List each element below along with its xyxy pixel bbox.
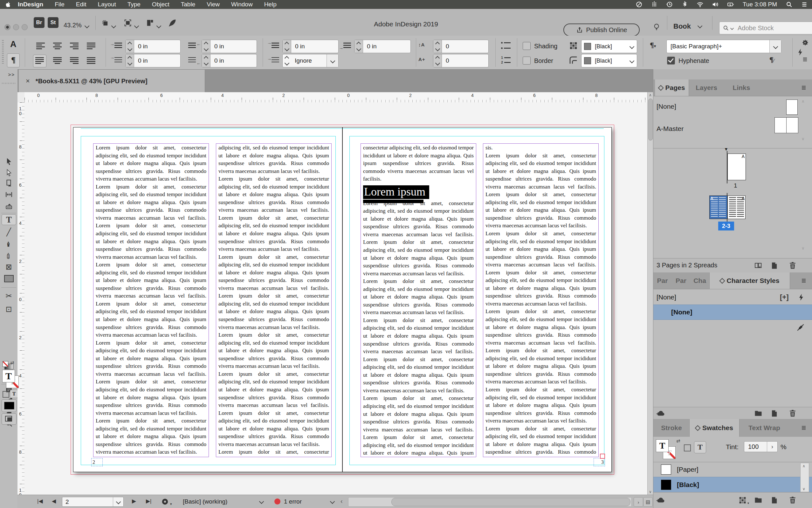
menu-window[interactable]: Window [225,0,258,9]
text-frame-column-3[interactable]: consectetur adipiscing elit, sed do eius… [360,143,476,457]
delete-style-icon[interactable] [788,409,797,418]
scissors-tool[interactable]: ✂ [0,291,17,301]
character-styles-menu-icon[interactable] [800,278,808,284]
menu-edit[interactable]: Edit [70,0,92,9]
master-a-right-thumbnail[interactable] [786,117,798,133]
new-style-bracket-icon[interactable]: [+] [780,293,789,301]
collapse-tools-icon[interactable]: >> [8,72,15,77]
numbered-list-button[interactable]: 12 [501,56,511,64]
character-formatting-toggle[interactable]: A [10,39,16,49]
panel-drag-handle[interactable] [2,40,4,65]
preflight-icon[interactable] [161,498,169,506]
menu-file[interactable]: File [49,0,70,9]
control-panel-menu-icon[interactable] [801,56,809,62]
new-swatch-icon[interactable] [770,496,779,505]
direct-selection-tool[interactable] [0,168,17,178]
bluetooth-icon[interactable] [681,1,688,8]
screen-mode-button[interactable] [2,413,16,425]
bulleted-list-button[interactable] [501,42,511,49]
tab-character[interactable]: Cha [690,272,709,289]
rectangle-tool[interactable] [0,273,17,284]
master-none-thumbnail[interactable] [786,99,798,115]
tab-swatches[interactable]: Swatches [689,419,739,437]
text-frame-column-2[interactable]: adipiscing elit, sed do eiusmod tempor i… [216,143,332,457]
quick-apply-bolt-icon[interactable] [796,46,804,58]
menu-view[interactable]: View [201,0,225,9]
drop-cap-lines-field[interactable]: 0 [433,40,489,53]
hyphenate-checkbox[interactable] [667,56,675,65]
align-right-button[interactable] [70,43,79,49]
space-before-stepper[interactable] [283,40,291,53]
page-2-thumbnail-selected[interactable]: A [709,196,727,219]
justify-all-button[interactable] [87,57,95,64]
menu-table[interactable]: Table [175,0,201,9]
master-a-label[interactable]: A-Master [656,125,684,133]
spread-2-3-label[interactable]: 2-3 [718,221,734,230]
right-indent-field[interactable]: 0 in [202,40,257,53]
drop-cap-chars-stepper[interactable] [433,54,442,67]
notification-center-icon[interactable] [801,1,808,8]
error-status-dropdown[interactable]: 1 error [284,498,302,505]
swatches-menu-icon[interactable] [800,425,808,431]
justify-last-left-button[interactable] [87,43,95,49]
close-document-icon[interactable]: × [26,77,30,85]
left-indent-stepper[interactable] [126,40,134,53]
formatting-affects-text-button[interactable]: T [10,390,18,398]
selected-heading-text[interactable]: Lorem ipsum [363,185,429,199]
new-style-icon[interactable] [770,409,779,418]
formatting-affects-text-button[interactable]: T [694,441,706,453]
vertical-scroll-thumb[interactable] [648,98,653,140]
swatch-views-icon[interactable] [738,496,747,505]
border-color-dropdown[interactable]: [Black] [581,54,637,68]
scroll-up-icon[interactable]: ∧ [649,93,652,97]
tools-drag-dots[interactable] [2,83,15,84]
free-transform-tool[interactable]: ⊡ [0,304,17,314]
tint-slider-chevron[interactable]: › [767,441,777,452]
previous-page-button[interactable]: ◀ [52,498,56,505]
lightbulb-icon[interactable] [652,22,661,32]
type-tool[interactable]: T [2,214,16,225]
scroll-left-icon[interactable]: ‹ [341,498,343,505]
menu-object[interactable]: Object [146,0,175,9]
swap-fill-stroke-icon[interactable]: ⇄ [10,360,14,366]
menu-help[interactable]: Help [258,0,282,9]
menu-indesign[interactable]: InDesign [16,0,49,9]
align-to-grid-dropdown[interactable]: Ignore [282,54,339,68]
workspace-gear-icon[interactable] [801,39,809,46]
swatch-list-scrollbar[interactable]: ∧ ∨ [800,463,809,492]
preflight-chevron-icon[interactable] [259,499,264,504]
paragraph-formatting-toggle[interactable]: ¶ [7,53,20,68]
frame-tool[interactable]: ⊠ [0,262,17,272]
shading-color-dropdown[interactable]: [Black] [581,40,637,53]
horizontal-scrollbar[interactable] [348,497,632,507]
publish-online-button[interactable]: Publish Online [563,24,640,36]
first-page-button[interactable]: |◀ [37,498,43,505]
apple-icon[interactable] [5,1,11,8]
style-quick-apply-bolt-icon[interactable] [797,293,805,301]
page-1-label[interactable]: 1 [734,182,737,189]
space-after-field[interactable]: 0 in [354,40,411,53]
border-checkbox[interactable] [523,56,530,65]
content-collector-tool[interactable] [0,202,17,212]
page-number-dropdown[interactable]: 2 [62,497,124,507]
first-line-indent-field[interactable]: 0 in [125,54,181,68]
spotlight-icon[interactable] [785,1,793,8]
formatting-affects-container-button[interactable] [684,444,691,452]
page-1-thumbnail[interactable]: A [727,154,746,180]
delete-swatch-icon[interactable] [788,496,797,505]
fill-proxy-text[interactable]: T [656,439,669,452]
error-chevron-icon[interactable] [330,499,335,504]
battery-icon[interactable] [727,1,734,8]
last-line-indent-stepper[interactable] [202,54,210,67]
shading-checkbox[interactable] [523,42,530,50]
last-line-indent-field[interactable]: 0 in [202,54,257,68]
tab-links[interactable]: Links [725,80,758,96]
tab-character-styles[interactable]: Character Styles [709,272,790,289]
vertical-scrollbar[interactable]: ∧ ∨ [647,92,653,495]
edit-page-size-icon[interactable] [754,261,763,270]
space-after-stepper[interactable] [354,40,363,53]
gap-tool[interactable] [0,189,17,200]
drop-cap-lines-stepper[interactable] [433,40,442,53]
left-indent-field[interactable]: 0 in [125,40,181,53]
overset-out-port[interactable] [600,454,605,459]
